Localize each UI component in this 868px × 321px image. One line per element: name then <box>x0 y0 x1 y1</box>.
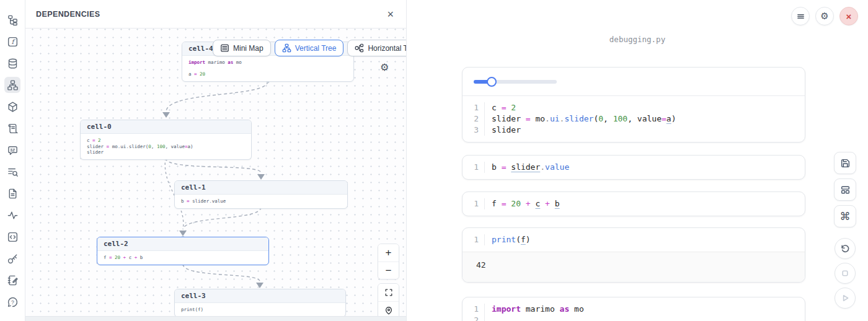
sidebar-item-documentation[interactable] <box>4 185 20 201</box>
zoom-group: + − <box>378 244 399 279</box>
code-token: slider <box>87 144 107 149</box>
cell-card-cell-3[interactable]: 1print(f)42 <box>462 227 805 283</box>
sidebar-item-help[interactable]: ? <box>4 294 20 310</box>
save-button[interactable] <box>834 152 856 174</box>
close-panel-button[interactable]: × <box>387 9 394 20</box>
edge-arrow <box>257 174 265 180</box>
code-line[interactable]: b = slider.value <box>485 162 569 173</box>
cell-card-cell-2[interactable]: 1f = 20 + c + b <box>462 191 805 216</box>
code-line[interactable]: c = 2 <box>485 102 516 113</box>
notebook-filename[interactable]: debugging.py <box>407 35 868 44</box>
cell-editor[interactable]: 1b = slider.value <box>463 156 805 179</box>
dependency-graph-canvas[interactable]: cell-4import marimo as mo a = 20cell-0c … <box>25 29 406 316</box>
code-row: 2 <box>463 315 805 321</box>
code-token: ui <box>120 144 126 149</box>
graph-node-cell-0[interactable]: cell-0c = 2slider = mo.ui.slider(0, 100,… <box>80 120 252 160</box>
sidebar-item-tracing[interactable] <box>4 207 20 223</box>
activity-icon <box>7 209 19 221</box>
horizontal-tree-view-label: Horizontal Tree <box>368 44 406 53</box>
sidebar-item-snippets[interactable] <box>4 164 20 180</box>
sidebar-item-logs[interactable] <box>4 120 20 136</box>
sidebar-item-variables[interactable]: f <box>4 33 20 50</box>
sidebar-item-packages[interactable] <box>4 99 20 115</box>
layout-button[interactable] <box>834 178 856 201</box>
code-line[interactable]: slider <box>485 125 521 136</box>
graph-node-code-line: slider = mo.ui.slider(0, 100, value=a) <box>87 144 245 150</box>
line-number: 2 <box>463 315 485 321</box>
layout-icon <box>840 185 851 195</box>
graph-node-code: f = 20 + c + b <box>97 251 268 265</box>
code-token: + <box>131 255 140 260</box>
sidebar-item-file-tree[interactable] <box>4 12 20 28</box>
cell-editor[interactable]: 1import marimo as mo2 <box>463 297 805 321</box>
cell-card-cell-4[interactable]: 1import marimo as mo2 <box>462 297 805 321</box>
keyboard-shortcuts-button[interactable]: ⌘ <box>834 205 856 227</box>
sidebar-item-dependencies[interactable] <box>4 77 20 93</box>
package-icon <box>7 101 19 113</box>
slider-thumb[interactable] <box>487 77 497 87</box>
cell-card-cell-0[interactable]: 1c = 22slider = mo.ui.slider(0, 100, val… <box>462 67 805 143</box>
code-token: print <box>181 307 195 312</box>
code-token: , <box>603 114 613 123</box>
code-token: 2 <box>98 138 101 143</box>
edge-cell0-cell1 <box>166 158 261 173</box>
minimap-view-button[interactable]: Mini Map <box>213 40 271 56</box>
shutdown-button[interactable]: × <box>839 7 858 25</box>
code-token <box>540 199 545 208</box>
list-search-icon <box>7 166 19 178</box>
slider-widget[interactable] <box>474 77 557 87</box>
code-square-icon <box>7 231 19 243</box>
cell-card-cell-1[interactable]: 1b = slider.value <box>462 155 805 180</box>
graph-node-title: cell-1 <box>175 181 347 195</box>
code-token: as <box>560 304 570 314</box>
cell-editor[interactable]: 1f = 20 + c + b <box>463 192 805 216</box>
code-token: 100 <box>613 114 627 123</box>
app-window: f <box>0 0 868 321</box>
notebook-menu-button[interactable] <box>791 7 810 25</box>
code-line[interactable]: f = 20 + c + b <box>485 198 560 209</box>
code-token: slider <box>129 144 146 149</box>
vertical-tree-view-button[interactable]: Vertical Tree <box>275 40 344 56</box>
cell-editor[interactable]: 1c = 22slider = mo.ui.slider(0, 100, val… <box>463 96 805 142</box>
graph-node-cell-2[interactable]: cell-2f = 20 + c + b <box>97 237 269 265</box>
sidebar-item-datasources[interactable] <box>4 55 20 71</box>
graph-node-cell-3[interactable]: cell-3print(f) <box>174 289 346 316</box>
stop-button[interactable] <box>835 263 856 284</box>
code-line[interactable]: slider = mo.ui.slider(0, 100, value=a) <box>485 113 676 125</box>
zoom-in-button[interactable]: + <box>378 244 399 262</box>
notebook-settings-button[interactable]: ⚙ <box>815 7 834 25</box>
code-token: a <box>188 71 194 77</box>
zoom-out-button[interactable]: − <box>378 262 399 279</box>
code-token: ui <box>550 114 560 123</box>
graph-view-toolbar: Mini Map Vertical Tree Horizontal Tree <box>213 40 406 56</box>
code-row: 1c = 2 <box>463 102 805 113</box>
edge-arrow <box>162 112 170 118</box>
undo-button[interactable] <box>835 238 856 259</box>
line-number: 1 <box>463 198 485 209</box>
code-line[interactable]: import marimo as mo <box>485 304 584 315</box>
sidebar-item-secrets[interactable] <box>4 250 20 266</box>
svg-text:f: f <box>11 38 16 45</box>
locate-button[interactable] <box>378 301 399 316</box>
code-token: print <box>492 235 516 244</box>
code-token: f <box>521 235 526 244</box>
fit-view-button[interactable] <box>378 284 399 301</box>
run-button[interactable] <box>835 288 856 309</box>
code-line[interactable]: print(f) <box>485 234 531 245</box>
sidebar-item-scratchpad[interactable] <box>4 272 20 288</box>
horizontal-tree-icon <box>355 43 364 53</box>
graph-settings-button[interactable]: ⚙ <box>380 61 389 73</box>
graph-node-code-line: f = 20 + c + b <box>104 255 262 261</box>
code-token: value <box>212 198 226 204</box>
help-chat-icon: ? <box>7 296 19 308</box>
code-token: mo <box>233 59 242 65</box>
code-line[interactable] <box>485 315 497 321</box>
horizontal-tree-view-button[interactable]: Horizontal Tree <box>347 40 406 56</box>
cell-editor[interactable]: 1print(f) <box>463 228 805 252</box>
code-row: 1import marimo as mo <box>463 304 805 315</box>
minimap-icon <box>220 43 229 53</box>
sidebar-item-chat[interactable] <box>4 142 20 158</box>
sidebar-item-code-square[interactable] <box>4 229 20 245</box>
graph-node-cell-1[interactable]: cell-1b = slider.value <box>174 180 348 209</box>
file-tree-icon <box>7 14 19 26</box>
